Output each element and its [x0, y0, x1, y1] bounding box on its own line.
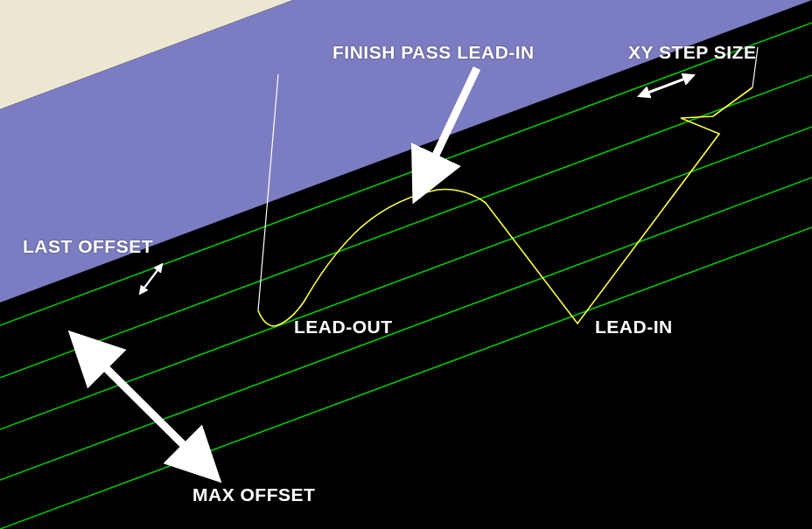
label-max-offset: MAX OFFSET: [192, 484, 315, 505]
svg-line-8: [643, 77, 690, 94]
diagram-stage: FINISH PASS LEAD-IN XY STEP SIZE LAST OF…: [0, 0, 812, 529]
xy-step-arrow: [643, 77, 690, 94]
last-offset-arrow: [142, 267, 160, 291]
label-lead-in: LEAD-IN: [595, 317, 673, 338]
svg-line-10: [88, 350, 202, 463]
label-xy-step-size: XY STEP SIZE: [628, 42, 756, 63]
svg-line-9: [142, 267, 160, 291]
diagram-svg: [0, 0, 812, 529]
label-lead-out: LEAD-OUT: [294, 317, 393, 338]
label-finish-pass-lead-in: FINISH PASS LEAD-IN: [332, 42, 535, 63]
svg-line-4: [0, 227, 812, 529]
label-last-offset: LAST OFFSET: [23, 236, 153, 257]
max-offset-arrow: [88, 350, 202, 463]
